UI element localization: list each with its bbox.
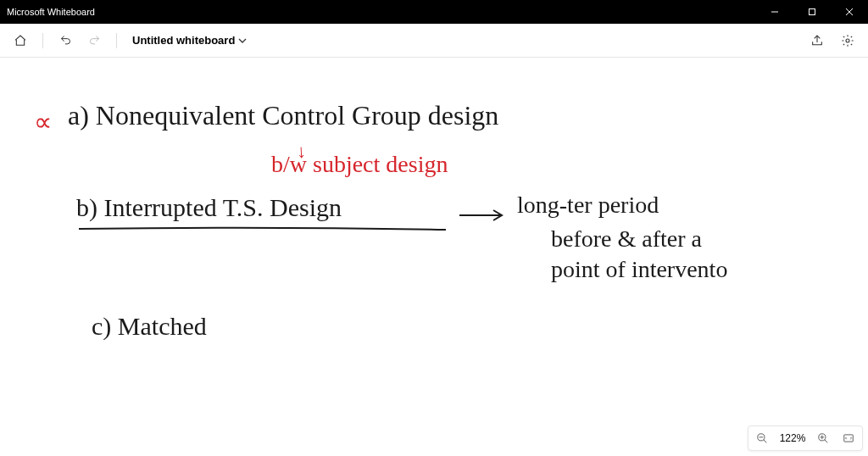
hw-line-b: b) Interrupted T.S. Design: [76, 193, 342, 222]
fit-screen-button[interactable]: [838, 428, 859, 448]
svg-line-19: [764, 440, 767, 443]
home-button[interactable]: [8, 29, 32, 53]
zoom-controls: 122%: [748, 425, 863, 451]
hw-line-b-note3: point of intervento: [551, 256, 727, 283]
titlebar: Microsoft Whiteboard: [0, 0, 868, 24]
svg-line-22: [825, 440, 828, 443]
top-toolbar: Untitled whiteboard: [0, 24, 868, 58]
svg-rect-1: [810, 9, 815, 15]
maximize-button[interactable]: [793, 0, 831, 24]
hw-arrow-right: [458, 209, 509, 222]
window-controls: [756, 0, 868, 24]
hw-line-b-note1: long-ter period: [517, 192, 659, 219]
whiteboard-canvas[interactable]: ∝ a) Nonequivalent Control Group design …: [0, 58, 868, 456]
top-toolbar-left: Untitled whiteboard: [8, 29, 252, 53]
zoom-level-label: 122%: [777, 432, 808, 444]
separator: [116, 33, 117, 48]
close-button[interactable]: [831, 0, 868, 24]
hw-line-c: c) Matched: [92, 312, 207, 341]
zoom-out-button[interactable]: [752, 428, 772, 448]
hw-underline-b: [76, 225, 449, 232]
top-toolbar-right: [805, 29, 860, 53]
zoom-in-button[interactable]: [813, 428, 833, 448]
app-title: Microsoft Whiteboard: [7, 7, 95, 17]
undo-button[interactable]: [53, 29, 77, 53]
hw-line-b-note2: before & after a: [551, 225, 702, 253]
board-name-label: Untitled whiteboard: [132, 34, 235, 47]
separator: [42, 33, 43, 48]
hw-line-a-sub: b/w subject design: [271, 151, 448, 178]
svg-point-4: [846, 39, 849, 42]
redo-button[interactable]: [82, 29, 106, 53]
share-button[interactable]: [805, 29, 829, 53]
hw-alpha: ∝: [34, 107, 52, 136]
board-name-dropdown[interactable]: Untitled whiteboard: [127, 31, 252, 50]
settings-button[interactable]: [836, 29, 860, 53]
chevron-down-icon: [238, 36, 247, 45]
hw-line-a: a) Nonequivalent Control Group design: [68, 100, 498, 131]
minimize-button[interactable]: [756, 0, 793, 24]
